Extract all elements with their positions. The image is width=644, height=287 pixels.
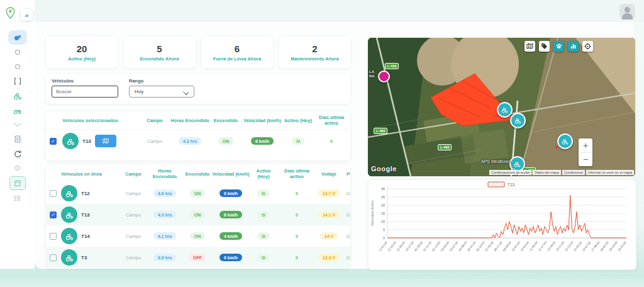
show-on-map-button[interactable] — [95, 135, 116, 147]
horas-badge: 4.3 hrs — [153, 211, 177, 218]
activo-badge: Si — [292, 137, 305, 145]
row-checkbox[interactable] — [50, 254, 57, 261]
map-control-map-icon[interactable] — [525, 41, 535, 52]
column-header: Vehículos seleccionados — [61, 118, 140, 123]
map-control-tag-icon[interactable] — [539, 41, 550, 52]
velocidad-badge: 6 km/h — [251, 137, 274, 145]
attribution-link[interactable]: Informar un error en el mapa — [586, 170, 634, 175]
sidebar-item-calendar[interactable] — [9, 176, 26, 190]
tractor-icon — [513, 160, 521, 168]
sidebar-item-map-frame[interactable] — [8, 74, 27, 88]
velocidad-badge: 6 km/h — [241, 137, 284, 145]
map-control-crosshair-icon[interactable] — [582, 41, 593, 52]
legend-swatch[interactable] — [488, 182, 504, 187]
activo-badge: Si — [250, 232, 277, 240]
tractor-avatar-icon — [61, 249, 77, 266]
sidebar-item-status[interactable] — [8, 45, 27, 59]
paw-icon — [555, 42, 563, 50]
online-vehicles-table: Vehículos en líneaCampoHoras EncendidoEn… — [46, 165, 350, 269]
column-header: Horas Encendido — [147, 168, 183, 179]
rango-select[interactable]: Hoy — [129, 86, 194, 98]
vehicle-marker[interactable] — [510, 113, 526, 128]
attribution-link[interactable]: Condiciones — [562, 170, 585, 175]
tractor-avatar-icon — [62, 133, 79, 149]
map-control-paw-icon[interactable] — [553, 41, 564, 52]
place-label: APS Miraflores — [481, 159, 511, 164]
vehicle-search-input[interactable] — [52, 86, 118, 98]
velocidad-badge: 4 km/h — [212, 232, 250, 240]
encendido-badge: ON — [218, 137, 234, 145]
red-dot — [508, 125, 511, 128]
sidebar-item-activity[interactable] — [8, 117, 27, 132]
map-control-bar-chart-icon[interactable] — [568, 41, 579, 52]
place-pin[interactable] — [378, 70, 390, 82]
vehiculos-label: Vehículos — [52, 78, 74, 84]
table-row[interactable]: ✓T13Campo4.3 hrsON6 km/hSi014.1 V02- — [46, 204, 350, 225]
table-row[interactable]: T12Campo4.6 hrsON0 km/hSi013.7 V02- — [46, 183, 350, 204]
sidebar-collapse-button[interactable]: » — [21, 9, 33, 21]
attribution-link[interactable]: Datos del mapa — [533, 170, 561, 175]
encendido-badge: OFF — [183, 254, 212, 261]
row-checkbox[interactable] — [50, 233, 57, 240]
encendido-badge: ON — [183, 232, 212, 240]
zoom-out-button[interactable]: − — [579, 153, 592, 167]
chevron-down-icon — [183, 89, 189, 95]
vehicle-name: T14 — [81, 234, 90, 239]
stat-card: 5Encendido Ahora — [124, 37, 196, 68]
stat-label: Activo (Hoy) — [68, 56, 96, 62]
stat-label: Encendido Ahora — [140, 56, 179, 62]
horas-badge: 4.3 hrs — [169, 137, 211, 145]
table-row[interactable]: T3Campo3.9 hrsOFF0 km/hSi013.4 V02- — [46, 247, 350, 268]
online-table-header: Vehículos en líneaCampoHoras EncendidoEn… — [46, 165, 350, 183]
sidebar-item-fleet[interactable] — [8, 103, 27, 117]
column-header: Días última activo — [313, 115, 350, 126]
tractor-icon — [65, 232, 74, 241]
voltaje-badge: 14.1 V — [318, 211, 340, 218]
activo-badge: Si — [250, 189, 277, 197]
x-tick-label: 10:53:00 — [520, 240, 530, 252]
horas-badge: 4.6 hrs — [147, 189, 183, 197]
vehicle-marker[interactable] — [557, 133, 573, 149]
row-checkbox[interactable]: ✓ — [50, 138, 57, 145]
table-row[interactable]: ✓T13Campo4.3 hrsON6 km/hSi0 — [46, 129, 350, 152]
tractor-icon — [13, 91, 23, 101]
sidebar-item-dashboard[interactable] — [8, 30, 27, 45]
column-header: Encendido — [211, 118, 241, 123]
sidebar-item-list[interactable] — [8, 191, 27, 205]
legend-label[interactable]: T13 — [508, 183, 515, 187]
voltaje-badge: 13.4 V — [316, 254, 341, 261]
sidebar-item-reports[interactable] — [8, 132, 27, 146]
map-icon — [102, 137, 109, 145]
attribution-link[interactable]: Combinaciones de teclas — [489, 170, 531, 175]
encendido-badge: ON — [190, 211, 206, 218]
campo-cell: Campo — [120, 255, 147, 261]
sidebar-item-record[interactable] — [8, 59, 27, 74]
fecha-cell: 02- — [341, 212, 350, 218]
red-dot — [495, 115, 497, 117]
top-bar — [0, 0, 644, 22]
svg-text:0: 0 — [383, 236, 385, 240]
velocidad-badge: 0 km/h — [212, 189, 250, 197]
avatar-person-icon — [625, 7, 630, 13]
activo-badge: Si — [250, 254, 277, 261]
user-avatar[interactable] — [619, 4, 635, 20]
row-checkbox[interactable]: ✓ — [50, 211, 57, 218]
ring-icon — [13, 47, 23, 57]
tractor-icon — [66, 137, 75, 146]
svg-text:5: 5 — [383, 228, 385, 232]
dias-cell: 0 — [326, 137, 337, 145]
row-checkbox[interactable] — [50, 190, 57, 197]
sidebar: » — [0, 0, 35, 269]
campo-cell: Campo — [140, 138, 169, 144]
zoom-in-button[interactable]: + — [579, 138, 592, 153]
tractor-icon — [514, 116, 522, 125]
table-row[interactable]: T14Campo4.1 hrsON4 km/hSi014 V02- — [46, 225, 350, 247]
sidebar-item-tractor[interactable] — [8, 88, 27, 103]
document-icon — [13, 134, 23, 144]
sidebar-item-sync[interactable] — [8, 146, 27, 160]
horas-badge: 4.3 hrs — [179, 137, 202, 145]
vehicle-marker[interactable] — [497, 102, 513, 118]
map[interactable]: + − L-416L-483L-493L-463LARA APS Miraflo… — [368, 38, 635, 176]
svg-text:20: 20 — [381, 203, 385, 207]
sidebar-item-disc[interactable] — [8, 160, 27, 175]
